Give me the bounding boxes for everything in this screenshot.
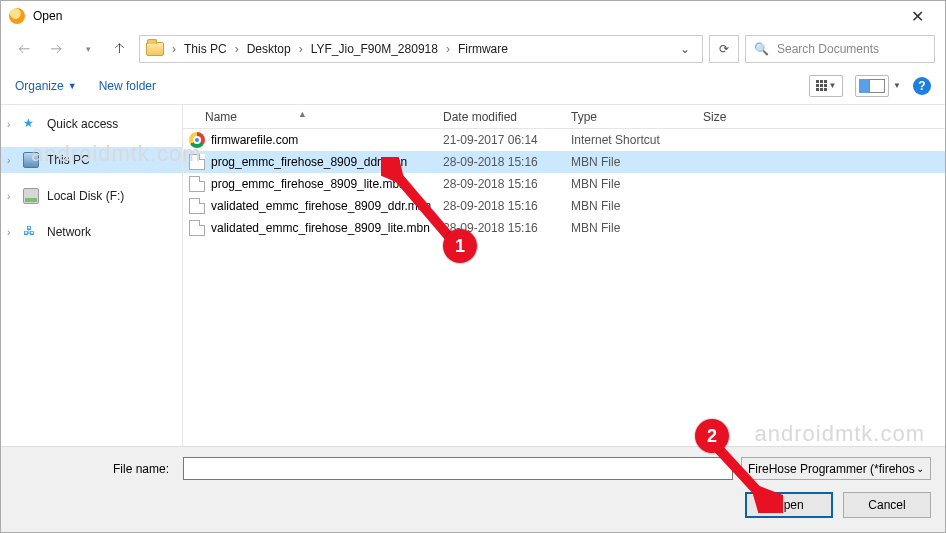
window-title: Open <box>33 9 897 23</box>
chevron-right-icon: › <box>297 42 305 56</box>
sidebar-item-local-disk[interactable]: › Local Disk (F:) <box>1 183 182 209</box>
file-icon <box>189 198 205 214</box>
sidebar-item-this-pc[interactable]: › This PC <box>1 147 182 173</box>
chevron-right-icon: › <box>444 42 452 56</box>
chevron-down-icon: ▼ <box>893 81 901 90</box>
expand-icon[interactable]: › <box>7 227 10 238</box>
pc-icon <box>23 152 39 168</box>
file-icon <box>189 176 205 192</box>
file-name: validated_emmc_firehose_8909_ddr.mbn <box>211 199 431 213</box>
toolbar: Organize ▼ New folder ▼ ▼ ? <box>1 67 945 105</box>
sidebar-item-label: Quick access <box>47 117 118 131</box>
file-name: prog_emmc_firehose_8909_ddr.mbn <box>211 155 407 169</box>
new-folder-button[interactable]: New folder <box>99 79 156 93</box>
file-type: MBN File <box>571 199 703 213</box>
col-name[interactable]: Name▲ <box>183 110 443 124</box>
up-button[interactable]: 🡡 <box>107 36 133 62</box>
sidebar-item-label: Network <box>47 225 91 239</box>
close-icon[interactable]: ✕ <box>897 7 937 26</box>
file-row[interactable]: validated_emmc_firehose_8909_lite.mbn 28… <box>183 217 945 239</box>
view-options-button[interactable]: ▼ <box>809 75 843 97</box>
chevron-down-icon: ⌄ <box>916 463 924 474</box>
file-row[interactable]: prog_emmc_firehose_8909_ddr.mbn 28-09-20… <box>183 151 945 173</box>
nav-row: 🡠 🡢 ▾ 🡡 › This PC › Desktop › LYF_Jio_F9… <box>1 31 945 67</box>
col-date[interactable]: Date modified <box>443 110 571 124</box>
annotation-badge-2: 2 <box>695 419 729 453</box>
body: › ★ Quick access › This PC › Local Disk … <box>1 105 945 475</box>
preview-pane-button[interactable] <box>855 75 889 97</box>
file-date: 28-09-2018 15:16 <box>443 177 571 191</box>
file-name: validated_emmc_firehose_8909_lite.mbn <box>211 221 430 235</box>
star-icon: ★ <box>23 116 39 132</box>
path-dropdown-icon[interactable]: ⌄ <box>672 42 698 56</box>
forward-button: 🡢 <box>43 36 69 62</box>
network-icon: 🖧 <box>23 224 39 240</box>
file-list: Name▲ Date modified Type Size firmwarefi… <box>183 105 945 475</box>
file-icon <box>189 220 205 236</box>
search-icon: 🔍 <box>754 42 769 56</box>
chevron-down-icon: ▼ <box>68 81 77 91</box>
expand-icon[interactable]: › <box>7 191 10 202</box>
organize-label: Organize <box>15 79 64 93</box>
col-size[interactable]: Size <box>703 110 783 124</box>
file-date: 21-09-2017 06:14 <box>443 133 571 147</box>
file-name: firmwarefile.com <box>211 133 298 147</box>
file-name: prog_emmc_firehose_8909_lite.mbn <box>211 177 406 191</box>
annotation-badge-1: 1 <box>443 229 477 263</box>
filename-label: File name: <box>15 462 175 476</box>
search-input[interactable]: 🔍 Search Documents <box>745 35 935 63</box>
recent-dropdown-icon[interactable]: ▾ <box>75 36 101 62</box>
file-icon <box>189 154 205 170</box>
expand-icon[interactable]: › <box>7 119 10 130</box>
file-type: Internet Shortcut <box>571 133 703 147</box>
folder-icon <box>146 42 164 56</box>
chrome-icon <box>189 132 205 148</box>
disk-icon <box>23 188 39 204</box>
open-button[interactable]: Open <box>745 492 833 518</box>
organize-menu[interactable]: Organize ▼ <box>15 79 77 93</box>
file-type: MBN File <box>571 155 703 169</box>
file-row[interactable]: firmwarefile.com 21-09-2017 06:14 Intern… <box>183 129 945 151</box>
help-icon[interactable]: ? <box>913 77 931 95</box>
grid-icon <box>816 80 827 91</box>
crumb-desktop[interactable]: Desktop <box>243 42 295 56</box>
cancel-button[interactable]: Cancel <box>843 492 931 518</box>
sidebar-item-quick-access[interactable]: › ★ Quick access <box>1 111 182 137</box>
crumb-this-pc[interactable]: This PC <box>180 42 231 56</box>
sort-asc-icon: ▲ <box>298 109 307 119</box>
chevron-right-icon: › <box>233 42 241 56</box>
crumb-folder[interactable]: LYF_Jio_F90M_280918 <box>307 42 442 56</box>
file-row[interactable]: prog_emmc_firehose_8909_lite.mbn 28-09-2… <box>183 173 945 195</box>
expand-icon[interactable]: › <box>7 155 10 166</box>
refresh-button[interactable]: ⟳ <box>709 35 739 63</box>
sidebar-item-label: This PC <box>47 153 90 167</box>
file-type: MBN File <box>571 177 703 191</box>
column-headers: Name▲ Date modified Type Size <box>183 105 945 129</box>
filter-label: FireHose Programmer (*firehos <box>748 462 915 476</box>
file-row[interactable]: validated_emmc_firehose_8909_ddr.mbn 28-… <box>183 195 945 217</box>
bottom-bar: File name: FireHose Programmer (*firehos… <box>1 446 945 532</box>
sidebar: › ★ Quick access › This PC › Local Disk … <box>1 105 183 475</box>
sidebar-item-network[interactable]: › 🖧 Network <box>1 219 182 245</box>
sidebar-item-label: Local Disk (F:) <box>47 189 124 203</box>
breadcrumb[interactable]: › This PC › Desktop › LYF_Jio_F90M_28091… <box>139 35 703 63</box>
crumb-firmware[interactable]: Firmware <box>454 42 512 56</box>
back-button[interactable]: 🡠 <box>11 36 37 62</box>
filename-input[interactable] <box>183 457 733 480</box>
col-name-label: Name <box>205 110 237 124</box>
file-date: 28-09-2018 15:16 <box>443 155 571 169</box>
file-type: MBN File <box>571 221 703 235</box>
file-type-filter[interactable]: FireHose Programmer (*firehos ⌄ <box>741 457 931 480</box>
title-bar: Open ✕ <box>1 1 945 31</box>
chevron-down-icon: ▼ <box>829 81 837 90</box>
chevron-right-icon: › <box>170 42 178 56</box>
file-date: 28-09-2018 15:16 <box>443 199 571 213</box>
search-placeholder: Search Documents <box>777 42 879 56</box>
col-type[interactable]: Type <box>571 110 703 124</box>
app-icon <box>9 8 25 24</box>
